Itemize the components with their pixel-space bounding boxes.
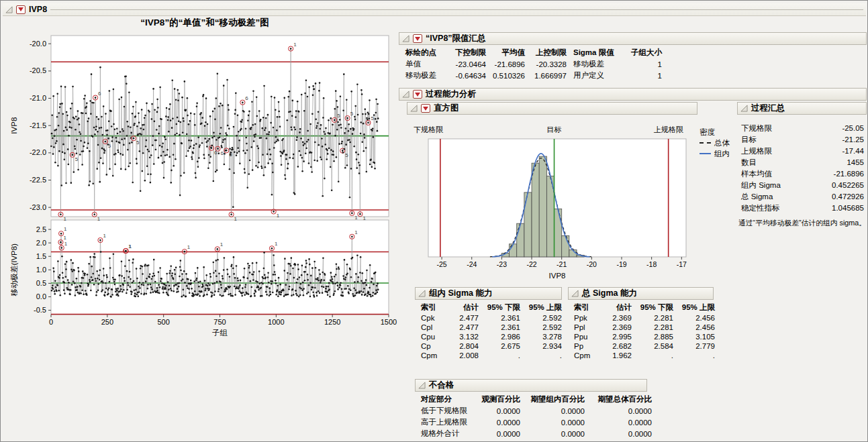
process-summary-row: 稳定性指标1.045685: [737, 203, 867, 214]
table-cell: 2.675: [482, 341, 524, 351]
svg-text:-17: -17: [677, 260, 687, 268]
disclosure-triangle-icon[interactable]: [402, 91, 409, 98]
table-cell: Cpl: [418, 323, 447, 332]
table-cell: 2.361: [482, 313, 524, 323]
table-cell: 2.456: [677, 313, 718, 323]
column-header: 95% 下限: [482, 302, 524, 313]
outline-header-ivp8[interactable]: IVP8: [3, 3, 866, 16]
svg-text:-21.5: -21.5: [30, 121, 46, 129]
table-row: Cpu3.1322.9863.278: [418, 332, 565, 341]
svg-text:500: 500: [157, 318, 169, 326]
svg-text:移动极差(IVP8): 移动极差(IVP8): [10, 243, 18, 296]
legend-label: 组内: [714, 148, 730, 159]
table-cell: 1: [621, 70, 665, 81]
svg-text:-19: -19: [616, 260, 626, 268]
red-triangle-menu-button[interactable]: [16, 5, 26, 14]
capability-title: 过程能力分析: [426, 89, 476, 100]
table-row: 高于上规格限0.00000.00000.0000: [418, 417, 655, 428]
svg-text:6: 6: [98, 91, 101, 97]
svg-text:5: 5: [345, 152, 348, 158]
svg-text:-20.0: -20.0: [30, 40, 46, 48]
outline-header-limit-summary[interactable]: “IVP8”限值汇总: [399, 32, 867, 45]
outline-header-overall-sigma[interactable]: 总 Sigma 能力: [568, 287, 714, 300]
table-cell: 2.456: [677, 323, 718, 332]
svg-text:IVP8: IVP8: [549, 272, 566, 280]
disclosure-triangle-icon[interactable]: [402, 35, 409, 42]
svg-text:IVP8: IVP8: [10, 117, 18, 134]
table-row: Cpm2.008..: [418, 351, 565, 360]
stat-value: 0.452265: [832, 180, 864, 191]
outline-header-histogram[interactable]: 直方图: [407, 102, 697, 115]
table-row: Ppu2.9952.8853.105: [571, 332, 718, 341]
table-cell: Cpm: [418, 351, 447, 360]
table-cell: 1: [621, 58, 665, 70]
table-cell: .: [482, 351, 524, 360]
stat-value: 1.045685: [832, 203, 864, 214]
outline-header-process-summary[interactable]: 过程汇总: [737, 102, 867, 115]
stat-value: -17.44: [842, 146, 864, 157]
table-row: 单值-23.0464-21.6896-20.3328移动极差1: [402, 58, 665, 70]
svg-text:-21: -21: [557, 260, 567, 268]
table-row: Cpk2.4772.3612.592: [418, 313, 565, 323]
control-chart-plot[interactable]: -20.0-20.5-21.0-21.5-22.0-22.5-23.02.52.…: [6, 29, 403, 341]
svg-text:5: 5: [371, 115, 374, 121]
table-row: Cp2.8042.6752.934: [418, 341, 565, 351]
table-cell: 0.0000: [588, 405, 655, 417]
column-header: 估计: [447, 302, 482, 313]
table-cell: 移动极差: [570, 58, 621, 70]
table-cell: Ppl: [571, 323, 600, 332]
disclosure-triangle-icon[interactable]: [571, 290, 579, 297]
column-header: Sigma 限值: [570, 47, 621, 58]
table-cell: 2.592: [524, 313, 565, 323]
histogram-plot[interactable]: 下规格限目标上规格限-25-24-23-22-21-20-19-18-17IVP…: [408, 124, 697, 284]
legend-item-within: 组内: [700, 148, 738, 159]
svg-text:0.0: 0.0: [36, 292, 46, 300]
table-row: Ppl2.3692.2812.456: [571, 323, 718, 332]
disclosure-triangle-icon[interactable]: [418, 382, 426, 389]
stat-label: 总 Sigma: [741, 191, 773, 203]
column-header: 索引: [571, 302, 600, 313]
control-chart-title: “IVP8”的“单值”和“移动极差”图: [6, 17, 403, 29]
svg-text:5: 5: [136, 140, 140, 146]
svg-text:1: 1: [63, 216, 66, 222]
disclosure-triangle-icon[interactable]: [418, 290, 426, 297]
outline-header-within-sigma[interactable]: 组内 Sigma 能力: [415, 287, 562, 300]
process-summary-note: 通过“平均移动极差”估计的组内 sigma。: [738, 219, 867, 227]
red-triangle-menu-button[interactable]: [413, 90, 422, 99]
red-triangle-menu-button[interactable]: [421, 104, 430, 113]
svg-text:1: 1: [64, 226, 67, 232]
table-row: Cpl2.4772.3612.592: [418, 323, 565, 332]
svg-text:1: 1: [129, 243, 132, 250]
process-summary-row: 上规格限-17.44: [737, 146, 867, 157]
table-cell: -20.3328: [528, 58, 570, 70]
disclosure-triangle-icon[interactable]: [740, 105, 748, 112]
histogram-title: 直方图: [434, 103, 459, 114]
jmp-report-window: IVP8 “IVP8”的“单值”和“移动极差”图 -20.0-20.5-21.0…: [0, 0, 868, 442]
histogram-legend: 密度 总体 组内: [700, 127, 738, 159]
stat-label: 目标: [741, 134, 757, 146]
process-summary-row: 下规格限-25.05: [737, 123, 867, 134]
table-header-row: 索引估计95% 下限95% 上限: [571, 302, 718, 313]
svg-text:1250: 1250: [324, 318, 340, 326]
column-header: 95% 下限: [635, 302, 677, 313]
red-triangle-menu-button[interactable]: [413, 34, 422, 43]
outline-header-nonconforming[interactable]: 不合格: [415, 379, 647, 392]
svg-text:5: 5: [350, 111, 354, 117]
table-cell: 0.0000: [524, 428, 588, 439]
disclosure-triangle-icon[interactable]: [410, 105, 418, 112]
process-summary-row: 数目1455: [737, 157, 867, 168]
table-cell: 2.934: [524, 341, 565, 351]
svg-text:1: 1: [363, 215, 366, 221]
nonconforming-title: 不合格: [429, 380, 454, 391]
svg-text:6: 6: [220, 150, 224, 156]
stat-label: 稳定性指标: [741, 203, 780, 214]
disclosure-triangle-icon[interactable]: [5, 6, 13, 13]
stat-value: 0.472926: [832, 191, 864, 203]
stat-label: 上规格限: [741, 146, 772, 157]
outline-header-capability[interactable]: 过程能力分析: [399, 88, 867, 101]
svg-text:1500: 1500: [381, 318, 397, 326]
table-cell: 2.477: [447, 313, 482, 323]
table-cell: 2.995: [600, 332, 635, 341]
table-cell: 2.369: [600, 313, 635, 323]
svg-text:5: 5: [337, 113, 340, 119]
